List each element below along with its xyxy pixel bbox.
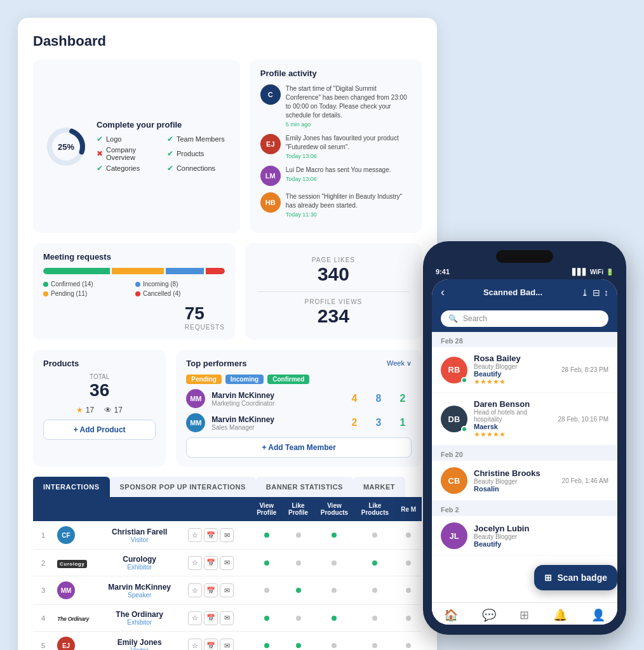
mail-icon-3[interactable]: ✉ — [220, 583, 234, 597]
products-card: Products TOTAL 36 ★ 17 👁 17 + Add Produc… — [33, 350, 166, 467]
contact-avatar-rosa: RB — [441, 357, 467, 383]
contact-christine-brooks[interactable]: CB Christine Brooks Beauty Blogger Rosal… — [432, 461, 617, 501]
mail-icon-1[interactable]: ✉ — [220, 528, 234, 542]
activity-avatar-1: C — [260, 84, 281, 105]
legend-pending: Pending (11) — [43, 290, 133, 297]
tab-interactions[interactable]: INTERACTIONS — [33, 477, 110, 497]
row-num-5: 5 — [33, 632, 53, 651]
page-likes-num: 340 — [312, 263, 355, 285]
meeting-heading: Meeting requests — [43, 252, 225, 262]
star-icon-5[interactable]: ☆ — [188, 639, 202, 650]
date-feb20: Feb 20 — [432, 446, 617, 461]
week-select[interactable]: Week ∨ — [387, 359, 412, 368]
meeting-total-num: 75 — [185, 303, 225, 324]
activity-card: Profile activity C The start time of "Di… — [250, 60, 422, 233]
phone-search-bar[interactable]: 🔍 Search — [441, 310, 608, 327]
dot-4-4 — [372, 616, 377, 621]
nav-chat[interactable]: 💬 — [482, 608, 496, 622]
dot-3-5 — [406, 588, 411, 593]
activity-text-1: The start time of "Digital Summit Confer… — [286, 84, 412, 128]
contact-daren-benson[interactable]: DB Daren Benson Head of hotels and hospi… — [432, 393, 617, 446]
download-icon[interactable]: ⤓ — [581, 288, 589, 298]
tp-row-2: MM Marvin McKinney Sales Manager 2 3 1 — [186, 413, 412, 432]
wifi-icon: WiFi — [590, 269, 603, 275]
activity-text-4: The session "Highliter in Beauty Industr… — [286, 192, 412, 218]
mail-icon-2[interactable]: ✉ — [220, 556, 234, 570]
tp-pending-1: 4 — [345, 393, 363, 404]
contact-jocelyn-lubin[interactable]: JL Jocelyn Lubin Beauty Blogger Beautify — [432, 516, 617, 556]
dot-3-4 — [372, 588, 377, 593]
dashboard-panel: Dashboard 25% Complete your profile ✔ Lo… — [18, 18, 437, 650]
mail-icon-5[interactable]: ✉ — [220, 639, 234, 650]
star-icon-3[interactable]: ☆ — [188, 583, 202, 597]
dot-1-4 — [372, 533, 377, 538]
tabs-row: INTERACTIONS SPONSOR POP UP INTERACTIONS… — [33, 477, 422, 497]
products-viewed: 👁 17 — [104, 406, 123, 415]
calendar-icon-1[interactable]: 📅 — [204, 528, 218, 542]
star-icon-2[interactable]: ☆ — [188, 556, 202, 570]
sort-icon[interactable]: ↕ — [604, 288, 608, 298]
profile-items: Complete your profile ✔ Logo ✔ Team Memb… — [97, 120, 227, 173]
page-likes-block: PAGE LIKES 340 — [312, 256, 355, 285]
tp-pending-badge: Pending — [186, 375, 221, 384]
contact-info-jocelyn: Jocelyn Lubin Beauty Blogger Beautify — [474, 524, 608, 548]
row-name-5: Emily JonesVisitor — [99, 632, 180, 651]
pb-confirmed — [43, 268, 110, 274]
calendar-icon-5[interactable]: 📅 — [204, 639, 218, 650]
calendar-icon-4[interactable]: 📅 — [204, 611, 218, 625]
mail-icon-4[interactable]: ✉ — [220, 611, 234, 625]
top-row: 25% Complete your profile ✔ Logo ✔ Team … — [33, 60, 422, 233]
dot-5-4 — [372, 643, 377, 648]
dot-5-2 — [296, 643, 301, 648]
contact-time-rosa: 28 Feb, 8:23 PM — [561, 366, 608, 373]
back-icon[interactable]: ‹ — [441, 286, 445, 299]
star-icon-4[interactable]: ☆ — [188, 611, 202, 625]
dot-1-5 — [406, 533, 411, 538]
dot-1-2 — [296, 533, 301, 538]
add-member-button[interactable]: + Add Team Member — [186, 437, 412, 458]
phone-status-bar: 9:41 ▋▋▋ WiFi 🔋 — [432, 268, 617, 279]
filter-icon[interactable]: ⊟ — [593, 288, 600, 298]
row-actions-2: ☆ 📅 ✉ — [180, 550, 242, 576]
meeting-total-block: 75 REQUESTS — [43, 303, 225, 331]
nav-bell[interactable]: 🔔 — [553, 608, 567, 622]
activity-text-3: Lui De Macro has sent You message. Today… — [286, 166, 391, 182]
top-performers-heading: Top performers — [186, 359, 246, 368]
star-icon-1[interactable]: ☆ — [188, 528, 202, 542]
contact-avatar-jocelyn: JL — [441, 522, 467, 549]
profile-heading: Complete your profile — [97, 120, 227, 129]
contact-avatar-daren: DB — [441, 406, 467, 432]
contact-info-christine: Christine Brooks Beauty Blogger Rosalin — [474, 468, 556, 493]
calendar-icon-3[interactable]: 📅 — [204, 583, 218, 597]
qr-icon: ⊞ — [544, 573, 552, 583]
row-num-3: 3 — [33, 576, 53, 605]
status-icons: ▋▋▋ WiFi 🔋 — [572, 269, 614, 275]
contact-rosa-bailey[interactable]: RB Rosa Bailey Beauty Blogger Beautify ★… — [432, 347, 617, 393]
row-avatar-5: EJ — [53, 632, 99, 651]
tab-market[interactable]: MARKET — [353, 477, 405, 497]
nav-profile[interactable]: 👤 — [591, 608, 605, 622]
row-logo-2: Curology — [53, 550, 99, 576]
row-blank-3 — [242, 576, 251, 605]
tp-incoming-badge: Incoming — [225, 375, 264, 384]
meeting-total-label: REQUESTS — [185, 324, 225, 331]
nav-home[interactable]: 🏠 — [444, 608, 458, 622]
row-actions-5: ☆ 📅 ✉ — [180, 632, 242, 651]
phone-header-icons: ⤓ ⊟ ↕ — [581, 288, 608, 298]
th-like-profile: LikeProfile — [283, 497, 314, 521]
tp-row-1: MM Marvin McKinney Marketing Coordinator… — [186, 389, 412, 408]
row-name-2: CurologyExhibitor — [99, 550, 180, 576]
table-row-4: 4 The Ordinary The OrdinaryExhibitor ☆ 📅… — [33, 605, 422, 632]
calendar-icon-2[interactable]: 📅 — [204, 556, 218, 570]
row-avatar-3: MM — [53, 576, 99, 605]
nav-grid[interactable]: ⊞ — [520, 608, 529, 622]
add-product-button[interactable]: + Add Product — [43, 420, 156, 440]
tab-banner[interactable]: BANNER STATISTICS — [256, 477, 353, 497]
scan-badge-button[interactable]: ⊞ Scan badge — [534, 565, 617, 590]
online-indicator — [461, 377, 467, 383]
tab-sponsor-popup[interactable]: SPONSOR POP UP INTERACTIONS — [110, 477, 256, 497]
profile-completion-card: 25% Complete your profile ✔ Logo ✔ Team … — [33, 60, 240, 233]
contact-info-daren: Daren Benson Head of hotels and hospital… — [474, 399, 552, 439]
search-icon: 🔍 — [448, 314, 458, 323]
tp-confirmed-2: 1 — [394, 417, 412, 428]
